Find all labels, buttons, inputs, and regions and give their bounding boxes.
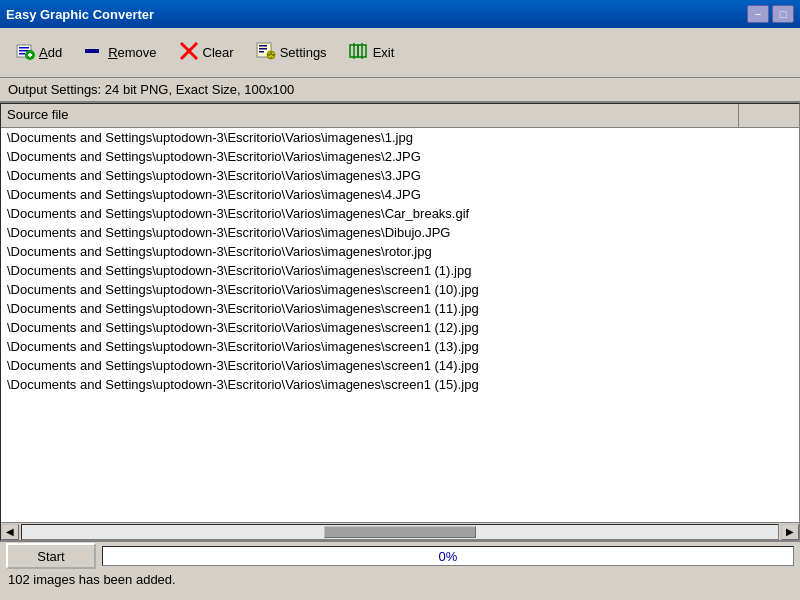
add-button[interactable]: Add [6, 35, 71, 71]
status-message: 102 images has been added. [8, 572, 176, 587]
list-item[interactable]: \Documents and Settings\uptodown-3\Escri… [1, 299, 799, 318]
svg-rect-12 [259, 48, 267, 50]
clear-icon [179, 41, 199, 64]
progress-row: Start 0% [0, 542, 800, 570]
toolbar: Add Remove Clear [0, 28, 800, 78]
svg-rect-13 [259, 51, 264, 53]
progress-bar-container: 0% [102, 546, 794, 566]
list-item[interactable]: \Documents and Settings\uptodown-3\Escri… [1, 185, 799, 204]
svg-rect-6 [29, 53, 31, 57]
svg-rect-7 [85, 49, 99, 53]
svg-rect-11 [259, 45, 267, 47]
maximize-button[interactable]: □ [772, 5, 794, 23]
minimize-button[interactable]: − [747, 5, 769, 23]
list-item[interactable]: \Documents and Settings\uptodown-3\Escri… [1, 337, 799, 356]
svg-rect-18 [272, 54, 275, 56]
svg-rect-15 [270, 52, 272, 55]
add-icon [15, 41, 35, 64]
list-item[interactable]: \Documents and Settings\uptodown-3\Escri… [1, 375, 799, 394]
scroll-right-arrow[interactable]: ▶ [781, 524, 799, 540]
settings-button[interactable]: Settings [247, 35, 336, 71]
list-item[interactable]: \Documents and Settings\uptodown-3\Escri… [1, 280, 799, 299]
list-item[interactable]: \Documents and Settings\uptodown-3\Escri… [1, 261, 799, 280]
title-buttons: − □ [747, 5, 794, 23]
title-bar: Easy Graphic Converter − □ [0, 0, 800, 28]
svg-rect-17 [267, 54, 270, 56]
settings-label: Settings [280, 45, 327, 60]
remove-icon [84, 41, 104, 64]
exit-icon [349, 41, 369, 64]
source-file-column-header: Source file [1, 104, 739, 127]
list-item[interactable]: \Documents and Settings\uptodown-3\Escri… [1, 128, 799, 147]
exit-label: Exit [373, 45, 395, 60]
list-item[interactable]: \Documents and Settings\uptodown-3\Escri… [1, 356, 799, 375]
scroll-track[interactable] [21, 524, 779, 540]
clear-label: Clear [203, 45, 234, 60]
svg-rect-16 [270, 57, 272, 59]
scroll-left-arrow[interactable]: ◀ [1, 524, 19, 540]
list-item[interactable]: \Documents and Settings\uptodown-3\Escri… [1, 318, 799, 337]
remove-button[interactable]: Remove [75, 35, 165, 71]
settings-icon [256, 41, 276, 64]
clear-button[interactable]: Clear [170, 35, 243, 71]
list-item[interactable]: \Documents and Settings\uptodown-3\Escri… [1, 242, 799, 261]
file-list[interactable]: \Documents and Settings\uptodown-3\Escri… [1, 128, 799, 522]
add-label: Add [39, 45, 62, 60]
svg-rect-1 [19, 47, 29, 49]
list-item[interactable]: \Documents and Settings\uptodown-3\Escri… [1, 223, 799, 242]
file-list-header: Source file [1, 104, 799, 128]
svg-rect-3 [19, 53, 25, 55]
window-title: Easy Graphic Converter [6, 7, 154, 22]
list-item[interactable]: \Documents and Settings\uptodown-3\Escri… [1, 204, 799, 223]
bottom-area: Start 0% 102 images has been added. [0, 541, 800, 599]
progress-text: 0% [439, 549, 458, 564]
main-area: Source file \Documents and Settings\upto… [0, 103, 800, 541]
exit-button[interactable]: Exit [340, 35, 404, 71]
extra-column-header [739, 104, 799, 127]
scroll-thumb[interactable] [324, 526, 475, 538]
output-settings-text: Output Settings: 24 bit PNG, Exact Size,… [8, 82, 294, 97]
horizontal-scrollbar[interactable]: ◀ ▶ [1, 522, 799, 540]
start-button[interactable]: Start [6, 543, 96, 569]
remove-label: Remove [108, 45, 156, 60]
list-item[interactable]: \Documents and Settings\uptodown-3\Escri… [1, 166, 799, 185]
list-item[interactable]: \Documents and Settings\uptodown-3\Escri… [1, 147, 799, 166]
status-row: 102 images has been added. [0, 570, 800, 589]
output-settings: Output Settings: 24 bit PNG, Exact Size,… [0, 78, 800, 103]
